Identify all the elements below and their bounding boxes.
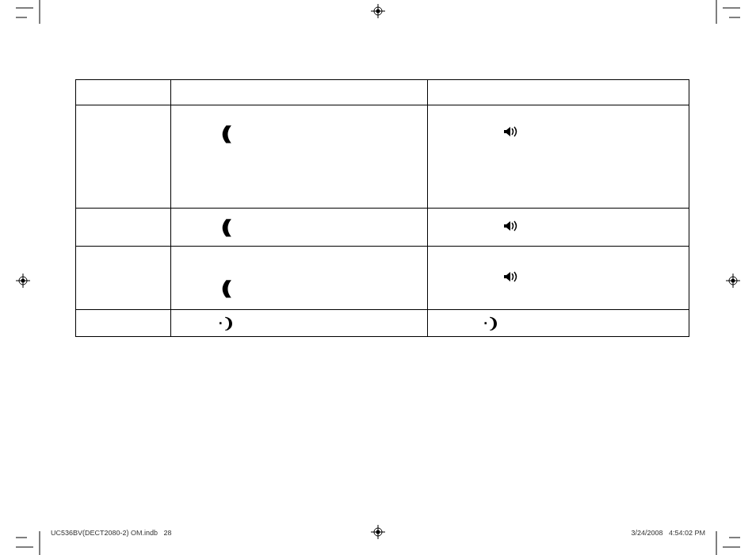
header-cell-1: [76, 80, 171, 105]
table-row: ❪: [76, 247, 689, 310]
row-cell-speaker: [428, 247, 689, 310]
registration-mark-right: [726, 274, 740, 288]
row-cell-end: ·❩: [428, 310, 689, 337]
row-label: [76, 247, 171, 310]
row-cell-handset: ❪: [170, 209, 428, 247]
header-cell-3: [428, 80, 689, 105]
table-header-row: [76, 80, 689, 105]
svg-marker-33: [506, 272, 510, 281]
crop-mark-bottom-left: [16, 523, 48, 555]
row-cell-end: ·❩: [170, 310, 428, 337]
registration-mark-bottom: [371, 525, 385, 539]
table-row: ❪: [76, 105, 689, 209]
svg-marker-29: [506, 127, 510, 136]
registration-mark-left: [16, 274, 30, 288]
talk-icon: ❪: [216, 216, 237, 239]
row-cell-handset: ❪: [170, 105, 428, 209]
header-cell-2: [170, 80, 428, 105]
table-row: ❪: [76, 209, 689, 247]
registration-mark-top: [371, 4, 385, 18]
instruction-table: ❪ ❪ ❪: [75, 79, 689, 337]
end-icon: ·❩: [483, 315, 499, 332]
speaker-icon: [504, 126, 523, 140]
talk-icon: ❪: [216, 278, 237, 300]
crop-mark-top-left: [16, 0, 48, 32]
footer-page-num: 28: [164, 529, 172, 537]
footer-time: 4:54:02 PM: [669, 529, 705, 537]
row-label: [76, 105, 171, 209]
footer-right: 3/24/2008 4:54:02 PM: [631, 529, 705, 537]
row-label: [76, 209, 171, 247]
svg-rect-30: [504, 224, 506, 228]
talk-icon: ❪: [216, 123, 237, 145]
speaker-icon: [504, 220, 523, 235]
svg-marker-31: [506, 221, 510, 231]
footer-doc-name: UC536BV(DECT2080-2) OM.indb: [51, 529, 158, 537]
row-cell-handset: ❪: [170, 247, 428, 310]
table-row: ·❩ ·❩: [76, 310, 689, 337]
row-cell-speaker: [428, 105, 689, 209]
crop-mark-bottom-right: [708, 523, 740, 555]
row-cell-speaker: [428, 209, 689, 247]
footer-left: UC536BV(DECT2080-2) OM.indb 28: [51, 529, 172, 537]
crop-mark-top-right: [708, 0, 740, 32]
end-icon: ·❩: [219, 315, 235, 332]
svg-rect-28: [504, 130, 506, 133]
svg-rect-32: [504, 275, 506, 278]
row-label: [76, 310, 171, 337]
footer-date: 3/24/2008: [631, 529, 662, 537]
speaker-icon: [504, 271, 523, 285]
